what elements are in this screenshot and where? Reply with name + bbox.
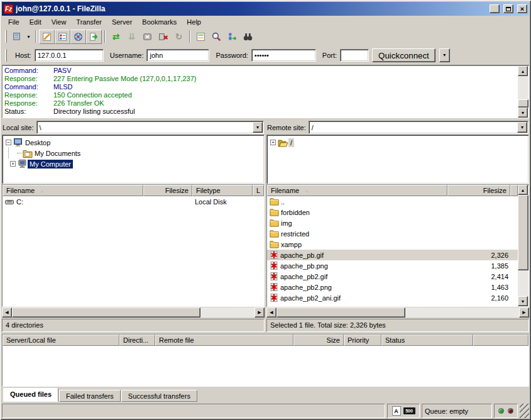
column-header-filesize[interactable]: Filesize (143, 185, 192, 196)
transfer-type-icon[interactable]: A (392, 406, 401, 416)
quickconnect-button[interactable]: Quickconnect (372, 48, 435, 62)
scroll-right-button[interactable]: ▶ (519, 307, 529, 318)
scroll-left-button[interactable]: ◀ (2, 307, 12, 318)
filezilla-app-icon[interactable]: Fz (4, 4, 13, 14)
local-file-row[interactable]: C: Local Disk (3, 196, 264, 207)
close-button[interactable]: × (517, 4, 527, 13)
site-manager-button[interactable] (9, 30, 25, 44)
refresh-button[interactable]: ⇄ (108, 30, 124, 44)
password-input[interactable] (251, 49, 316, 62)
host-input[interactable] (35, 49, 104, 62)
column-header-filetype[interactable]: Filetype (192, 185, 253, 196)
toggle-transfer-queue-button[interactable] (86, 30, 102, 44)
scroll-right-button[interactable]: ▶ (255, 307, 265, 318)
scrollbar-thumb[interactable] (518, 195, 528, 270)
menu-edit[interactable]: Edit (25, 16, 47, 28)
chevron-down-icon[interactable]: ▾ (253, 122, 263, 133)
reconnect-button[interactable]: ↻ (171, 30, 187, 44)
log-scrollbar[interactable]: ▲ ▼ (518, 66, 528, 118)
scroll-down-button[interactable]: ▼ (518, 296, 528, 306)
tab-successful-transfers[interactable]: Successful transfers (121, 390, 197, 402)
scrollbar-thumb[interactable] (276, 307, 405, 318)
toggle-local-tree-button[interactable] (55, 30, 70, 44)
remote-horizontal-scrollbar[interactable]: ◀ ▶ (266, 307, 529, 318)
directory-comparison-button[interactable] (209, 30, 224, 44)
column-header-lastmodified[interactable]: L (253, 185, 264, 196)
scroll-up-button[interactable]: ▲ (518, 185, 528, 195)
column-header-serverlocal[interactable]: Server/Local file (3, 334, 119, 346)
process-queue-button[interactable]: ⇊ (124, 30, 140, 44)
scrollbar-thumb[interactable] (12, 307, 200, 318)
menu-file[interactable]: File (3, 16, 25, 28)
scroll-down-button[interactable]: ▼ (518, 108, 528, 118)
tree-item-my-computer[interactable]: + My Computer (4, 158, 263, 169)
expand-icon[interactable]: + (270, 140, 276, 145)
remote-file-row[interactable]: img (267, 218, 518, 228)
tab-failed-transfers[interactable]: Failed transfers (59, 390, 121, 402)
remote-file-row[interactable]: apache_pb2.png 1,463 (267, 282, 518, 292)
remote-file-row[interactable]: apache_pb2_ani.gif 2,160 (267, 292, 518, 303)
column-header-filesize[interactable]: Filesize (447, 185, 510, 196)
remote-file-row[interactable]: .. (267, 196, 518, 207)
username-input[interactable] (146, 49, 209, 62)
scroll-up-button[interactable]: ▲ (518, 66, 528, 76)
toggle-remote-tree-button[interactable] (70, 30, 86, 44)
column-header-filename[interactable]: Filename▵ (267, 185, 447, 196)
resize-grip[interactable] (520, 404, 529, 418)
column-header-filename[interactable]: Filename▵ (3, 185, 143, 196)
remote-site-combobox[interactable]: / ▾ (309, 121, 528, 134)
remote-file-row[interactable]: restricted (267, 228, 518, 239)
menu-help[interactable]: Help (182, 16, 206, 28)
column-header-size[interactable]: Size (293, 334, 344, 346)
tree-item-my-documents[interactable]: My Documents (4, 148, 263, 158)
toggle-message-log-button[interactable] (39, 30, 55, 44)
chevron-down-icon[interactable]: ▾ (517, 122, 527, 133)
expand-icon[interactable]: + (10, 161, 16, 167)
toolbar-separator (104, 30, 106, 43)
maximize-icon (506, 7, 511, 11)
port-input[interactable] (340, 49, 369, 62)
remote-file-list: Filename▵ Filesize .. forbidden img (266, 184, 529, 307)
quickconnect-dropdown[interactable]: ▾ (439, 48, 450, 62)
column-header-remotefile[interactable]: Remote file (155, 334, 293, 346)
maximize-button[interactable] (503, 4, 513, 13)
scroll-left-button[interactable]: ◀ (266, 307, 276, 318)
local-directory-tree[interactable]: − Desktop My Documents (2, 135, 265, 184)
menu-transfer[interactable]: Transfer (71, 16, 107, 28)
remote-file-row[interactable]: apache_pb.png 1,385 (267, 260, 518, 271)
menu-view[interactable]: View (47, 16, 72, 28)
collapse-icon[interactable]: − (6, 140, 11, 145)
tree-item-desktop[interactable]: − Desktop (4, 137, 263, 148)
remote-vertical-scrollbar[interactable]: ▲ ▼ (518, 185, 528, 306)
remote-file-row[interactable]: xampp (267, 239, 518, 250)
disconnect-button[interactable] (155, 30, 171, 44)
column-header-priority[interactable]: Priority (344, 334, 381, 346)
tab-queued-files[interactable]: Queued files (3, 388, 58, 402)
menu-bookmarks[interactable]: Bookmarks (137, 16, 182, 28)
local-site-combobox[interactable]: \ ▾ (36, 121, 264, 134)
site-manager-dropdown[interactable]: ▾ (25, 30, 33, 44)
filter-button[interactable] (193, 30, 209, 44)
remote-file-row[interactable]: forbidden (267, 207, 518, 218)
scrollbar-thumb[interactable] (518, 99, 528, 108)
menu-server[interactable]: Server (107, 16, 137, 28)
minimize-button[interactable]: _ (490, 4, 500, 13)
cancel-operation-button[interactable] (140, 30, 155, 44)
synchronized-browsing-button[interactable] (224, 30, 240, 44)
remote-file-row[interactable]: apache_pb2.gif 2,414 (267, 271, 518, 282)
remote-file-row-selected[interactable]: apache_pb.gif 2,326 (267, 250, 518, 260)
tree-item-root[interactable]: + / (268, 137, 527, 148)
binoculars-icon (243, 31, 253, 42)
column-header-status[interactable]: Status (381, 334, 473, 346)
find-files-button[interactable] (240, 30, 256, 44)
speed-limit-icon[interactable]: 500 (403, 407, 415, 414)
titlebar[interactable]: Fz john@127.0.0.1 - FileZilla _ × (2, 2, 529, 16)
directory-comparison-icon (211, 31, 222, 42)
column-header-direction[interactable]: Directi... (119, 334, 155, 346)
queue-body[interactable] (3, 346, 528, 386)
drive-icon (5, 197, 14, 206)
disconnect-icon (158, 31, 168, 42)
remote-directory-tree[interactable]: + / (266, 135, 529, 184)
refresh-icon: ⇄ (112, 31, 120, 41)
local-horizontal-scrollbar[interactable]: ◀ ▶ (2, 307, 265, 318)
